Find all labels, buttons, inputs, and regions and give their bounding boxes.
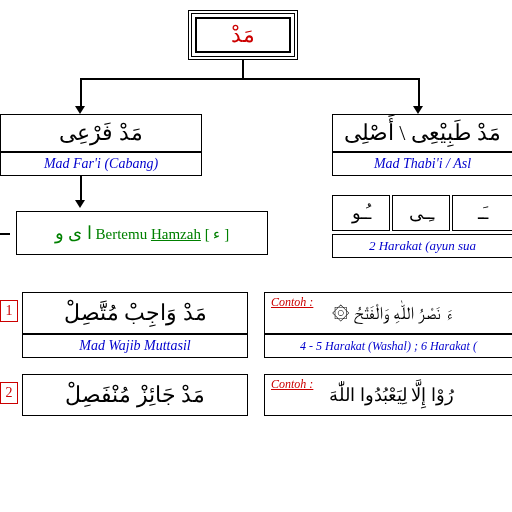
hamzah-box: ا ى و Bertemu Hamzah [ ء ]: [16, 211, 268, 255]
item2-arabic: مَدْ جَائِزْ مُنْفَصِلْ: [22, 374, 248, 416]
left-branch-latin: Mad Far'i (Cabang): [0, 152, 202, 176]
arrow-right: [413, 106, 423, 114]
num-1: 1: [0, 300, 18, 322]
harakat-seg3: ـَـ: [452, 195, 512, 231]
arrow-hamzah-line: [0, 233, 10, 235]
contoh1-box: Contoh : ءَ نَصْرُ اللّٰهِ وَالْفَتْحُ ۞: [264, 292, 512, 334]
num-2: 2: [0, 382, 18, 404]
conn-left2: [80, 176, 82, 202]
arrow-left2: [75, 200, 85, 208]
root-arabic: مَدْ: [231, 22, 255, 48]
contoh2-box: Contoh : رُوْا إِلَّا لِيَعْبُدُوا اللّٰ…: [264, 374, 512, 416]
contoh2-label: Contoh :: [271, 377, 313, 392]
item1-latin: Mad Wajib Muttasil: [22, 334, 248, 358]
harakat-caption: 2 Harakat (ayun sua: [332, 234, 512, 258]
right-branch-latin: Mad Thabi'i / Asl: [332, 152, 512, 176]
right-branch-arabic: مَدْ طَبِيْعِى \ أَصْلِى: [332, 114, 512, 152]
conn-left-v: [80, 78, 82, 108]
harakat-seg2: ـِـى: [392, 195, 450, 231]
root-node: مَدْ: [188, 10, 298, 60]
conn-right-v: [418, 78, 420, 108]
hamzah-content: ا ى و Bertemu Hamzah [ ء ]: [55, 222, 229, 244]
conn-h: [80, 78, 420, 80]
contoh1-label: Contoh :: [271, 295, 313, 310]
contoh1-caption: 4 - 5 Harakat (Washal) ; 6 Harakat (: [264, 334, 512, 358]
arrow-left: [75, 106, 85, 114]
conn-v: [242, 60, 244, 78]
item1-arabic: مَدْ وَاجِبْ مُتَّصِلْ: [22, 292, 248, 334]
harakat-seg1: ـُـو: [332, 195, 390, 231]
left-branch-arabic: مَدْ فَرْعِى: [0, 114, 202, 152]
